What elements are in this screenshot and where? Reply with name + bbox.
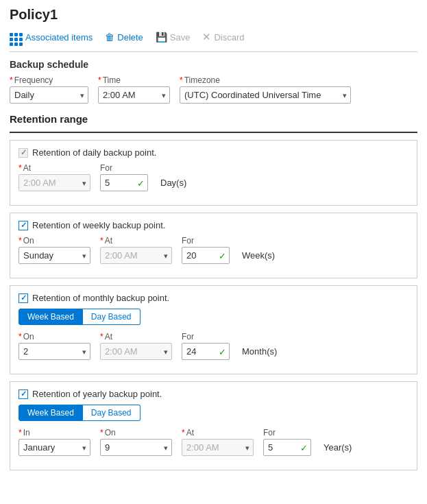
daily-retention-section: Retention of daily backup point. *At 2:0… (10, 140, 417, 206)
yearly-on-field: *On 9 1 2 (100, 428, 172, 456)
monthly-for-input-wrapper: ✓ (182, 343, 230, 360)
yearly-for-checkmark: ✓ (300, 442, 308, 453)
daily-at-select-wrapper: 2:00 AM (19, 174, 90, 191)
daily-for-input-wrapper: ✓ (100, 174, 148, 191)
frequency-label: *Frequency (10, 75, 88, 85)
yearly-for-input-wrapper: ✓ (263, 439, 311, 456)
save-button[interactable]: 💾 Save (156, 32, 191, 43)
daily-unit-label: Day(s) (160, 178, 186, 191)
yearly-for-field: For ✓ (263, 428, 311, 456)
weekly-on-select[interactable]: Sunday Monday Tuesday Wednesday Thursday… (19, 247, 90, 264)
monthly-for-checkmark: ✓ (219, 346, 226, 357)
weekly-on-select-wrapper: Sunday Monday Tuesday Wednesday Thursday… (19, 247, 90, 264)
yearly-tab-group: Week Based Day Based (19, 405, 408, 421)
associated-items-label: Associated items (25, 32, 93, 43)
monthly-on-select[interactable]: 2 1 3 4 (19, 343, 90, 360)
monthly-on-field: *On 2 1 3 4 (19, 332, 90, 360)
delete-icon: 🗑 (105, 32, 114, 43)
monthly-retention-checkbox[interactable] (19, 293, 28, 303)
yearly-in-select-wrapper: January February March April May June Ju… (19, 439, 90, 456)
associated-items-button[interactable]: Associated items (10, 28, 93, 46)
monthly-retention-section: Retention of monthly backup point. Week … (10, 285, 417, 374)
frequency-required: * (10, 75, 13, 85)
frequency-field: *Frequency Daily Weekly Monthly (10, 75, 88, 104)
yearly-at-field: *At 2:00 AM (182, 428, 254, 456)
yearly-for-label: For (263, 428, 311, 437)
retention-divider (10, 132, 417, 133)
monthly-tab-group: Week Based Day Based (19, 309, 408, 325)
timezone-select-wrapper: (UTC) Coordinated Universal Time (UTC-05… (180, 86, 351, 104)
weekly-retention-fields: *On Sunday Monday Tuesday Wednesday Thur… (19, 236, 408, 264)
weekly-at-label: *At (100, 236, 172, 245)
monthly-retention-header: Retention of monthly backup point. (19, 293, 408, 303)
weekly-for-input-wrapper: ✓ (182, 247, 230, 264)
yearly-in-field: *In January February March April May Jun… (19, 428, 90, 456)
time-select[interactable]: 2:00 AM 12:00 AM 1:00 AM (98, 86, 170, 104)
retention-range-section: Retention range Retention of daily backu… (10, 110, 417, 470)
weekly-at-select[interactable]: 2:00 AM (100, 247, 172, 264)
yearly-at-label: *At (182, 428, 254, 437)
yearly-on-select[interactable]: 9 1 2 (100, 439, 172, 456)
daily-at-field: *At 2:00 AM (19, 163, 90, 191)
weekly-unit-label: Week(s) (242, 250, 275, 264)
weekly-for-checkmark: ✓ (219, 250, 226, 261)
save-label: Save (170, 32, 191, 43)
monthly-retention-fields: *On 2 1 3 4 *At 2:00 AM (19, 332, 408, 360)
backup-schedule-section: Backup schedule *Frequency Daily Weekly … (10, 59, 417, 104)
discard-label: Discard (214, 32, 244, 43)
monthly-for-label: For (182, 332, 230, 341)
weekly-retention-section: Retention of weekly backup point. *On Su… (10, 213, 417, 278)
daily-at-label: *At (19, 163, 90, 173)
daily-retention-checkbox[interactable] (19, 148, 28, 158)
weekly-at-select-wrapper: 2:00 AM (100, 247, 172, 264)
yearly-in-select[interactable]: January February March April May June Ju… (19, 439, 90, 456)
daily-for-label: For (100, 163, 148, 173)
yearly-week-based-button[interactable]: Week Based (19, 405, 83, 421)
monthly-at-label: *At (100, 332, 172, 341)
yearly-retention-fields: *In January February March April May Jun… (19, 428, 408, 456)
weekly-for-label: For (182, 236, 230, 245)
daily-retention-label: Retention of daily backup point. (32, 147, 156, 158)
grid-icon (10, 28, 23, 46)
yearly-at-select[interactable]: 2:00 AM (182, 439, 254, 456)
save-icon: 💾 (156, 32, 167, 43)
yearly-at-select-wrapper: 2:00 AM (182, 439, 254, 456)
daily-for-field: For ✓ (100, 163, 148, 191)
yearly-retention-checkbox[interactable] (19, 389, 28, 399)
yearly-retention-label: Retention of yearly backup point. (32, 389, 162, 399)
monthly-at-select-wrapper: 2:00 AM (100, 343, 172, 360)
frequency-select-wrapper: Daily Weekly Monthly (10, 86, 88, 104)
monthly-on-label: *On (19, 332, 90, 341)
weekly-at-field: *At 2:00 AM (100, 236, 172, 264)
monthly-day-based-button[interactable]: Day Based (83, 309, 141, 325)
frequency-select[interactable]: Daily Weekly Monthly (10, 86, 88, 104)
yearly-retention-section: Retention of yearly backup point. Week B… (10, 381, 417, 470)
toolbar: Associated items 🗑 Delete 💾 Save ✕ Disca… (10, 28, 417, 52)
monthly-at-select[interactable]: 2:00 AM (100, 343, 172, 360)
weekly-on-field: *On Sunday Monday Tuesday Wednesday Thur… (19, 236, 90, 264)
time-field: *Time 2:00 AM 12:00 AM 1:00 AM (98, 75, 170, 104)
discard-button[interactable]: ✕ Discard (202, 31, 244, 43)
monthly-on-select-wrapper: 2 1 3 4 (19, 343, 90, 360)
delete-label: Delete (117, 32, 143, 43)
monthly-week-based-button[interactable]: Week Based (19, 309, 83, 325)
daily-at-select[interactable]: 2:00 AM (19, 174, 90, 191)
yearly-in-label: *In (19, 428, 90, 437)
yearly-on-select-wrapper: 9 1 2 (100, 439, 172, 456)
daily-retention-header: Retention of daily backup point. (19, 147, 408, 158)
delete-button[interactable]: 🗑 Delete (105, 32, 143, 43)
backup-schedule-fields: *Frequency Daily Weekly Monthly *Time 2:… (10, 75, 417, 104)
yearly-retention-header: Retention of yearly backup point. (19, 389, 408, 399)
monthly-unit-label: Month(s) (242, 346, 277, 360)
timezone-select[interactable]: (UTC) Coordinated Universal Time (UTC-05… (180, 86, 351, 104)
monthly-retention-label: Retention of monthly backup point. (32, 293, 169, 303)
weekly-retention-header: Retention of weekly backup point. (19, 220, 408, 230)
weekly-retention-checkbox[interactable] (19, 221, 28, 230)
time-select-wrapper: 2:00 AM 12:00 AM 1:00 AM (98, 86, 170, 104)
retention-range-title: Retention range (10, 110, 417, 125)
yearly-day-based-button[interactable]: Day Based (83, 405, 141, 421)
page-title: Policy1 (10, 7, 417, 23)
backup-schedule-title: Backup schedule (10, 59, 417, 70)
discard-icon: ✕ (202, 31, 211, 43)
yearly-on-label: *On (100, 428, 172, 437)
